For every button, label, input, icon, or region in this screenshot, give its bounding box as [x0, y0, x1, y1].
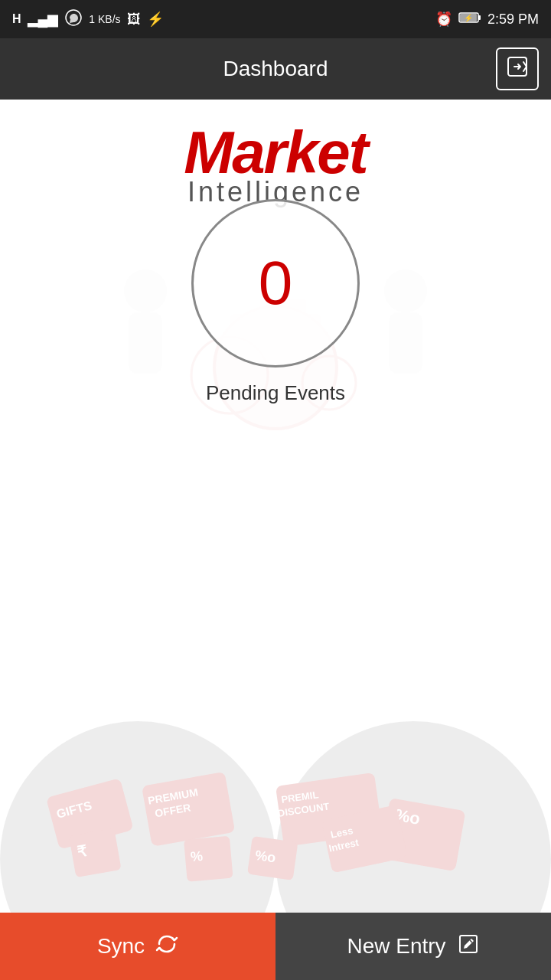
svg-point-16 — [276, 721, 551, 913]
svg-point-13 — [384, 270, 427, 312]
svg-text:%o: %o — [254, 848, 277, 866]
signal-bars: ▂▄▆ — [28, 11, 59, 28]
sync-icon — [155, 933, 178, 961]
svg-point-15 — [0, 721, 276, 913]
svg-rect-12 — [129, 312, 162, 374]
svg-text:OFFER: OFFER — [154, 801, 192, 819]
whatsapp-icon — [64, 8, 83, 31]
svg-rect-27 — [321, 805, 407, 873]
svg-rect-30 — [247, 836, 298, 880]
svg-rect-2 — [478, 15, 481, 20]
svg-point-11 — [124, 270, 167, 312]
gallery-icon: 🖼 — [127, 11, 141, 28]
dashboard-body: Market Intelligence 0 — [0, 100, 551, 913]
svg-rect-22 — [276, 773, 383, 847]
svg-rect-32 — [69, 828, 122, 878]
svg-text:⚡: ⚡ — [464, 13, 474, 23]
promo-area: GIFTS PREMIUM OFFER PREMIL DISCOUNT %o L… — [0, 645, 551, 913]
signal-icon: H — [12, 12, 21, 26]
svg-rect-34 — [184, 836, 233, 882]
new-entry-label: New Entry — [347, 934, 445, 959]
toolbar: Dashboard — [0, 38, 551, 100]
svg-text:GIFTS: GIFTS — [55, 799, 93, 821]
svg-rect-14 — [389, 312, 422, 374]
pending-events-container: 0 Pending Events — [191, 199, 360, 405]
battery-icon: ⚡ — [458, 11, 481, 28]
sync-label: Sync — [97, 934, 145, 959]
data-speed: 1 KB/s — [89, 13, 120, 25]
sync-button[interactable]: Sync — [0, 913, 276, 980]
status-bar: H ▂▄▆ 1 KB/s 🖼 ⚡ ⏰ ⚡ 2:59 PM — [0, 0, 551, 38]
usb-icon: ⚡ — [147, 11, 164, 28]
svg-text:Intrest: Intrest — [328, 837, 360, 854]
new-entry-button[interactable]: New Entry — [276, 913, 551, 980]
status-bar-left: H ▂▄▆ 1 KB/s 🖼 ⚡ — [12, 8, 164, 31]
alarm-icon: ⏰ — [435, 11, 452, 28]
exit-icon — [505, 54, 530, 84]
status-bar-right: ⏰ ⚡ 2:59 PM — [435, 11, 539, 28]
logout-button[interactable] — [496, 47, 539, 90]
svg-text:Less: Less — [330, 825, 354, 841]
main-content: Market Intelligence 0 — [0, 100, 551, 913]
svg-text:DISCOUNT: DISCOUNT — [277, 801, 330, 819]
svg-rect-25 — [380, 798, 465, 871]
svg-text:%o: %o — [393, 805, 422, 828]
time: 2:59 PM — [487, 11, 539, 28]
pending-label: Pending Events — [206, 381, 345, 405]
svg-rect-19 — [142, 772, 235, 847]
pending-count: 0 — [259, 253, 293, 314]
page-title: Dashboard — [55, 57, 496, 81]
pending-circle: 0 — [191, 199, 360, 368]
svg-text:₹: ₹ — [76, 842, 89, 861]
bottom-bar: Sync New Entry — [0, 913, 551, 980]
edit-icon — [457, 933, 480, 961]
svg-text:PREMIL: PREMIL — [280, 789, 319, 805]
svg-rect-17 — [46, 778, 134, 849]
svg-text:%: % — [190, 848, 204, 864]
svg-text:PREMIUM: PREMIUM — [147, 786, 199, 806]
